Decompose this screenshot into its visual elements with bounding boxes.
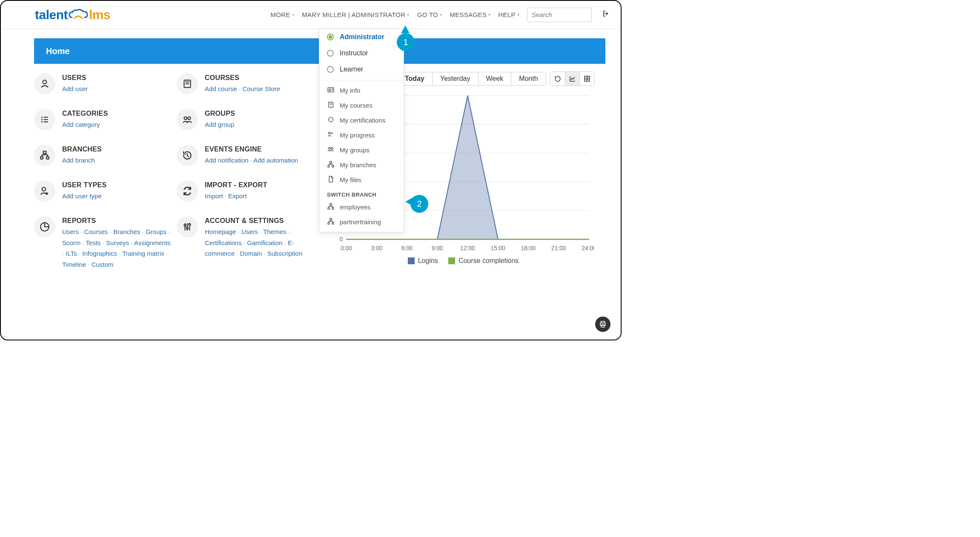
menu-my-progress[interactable]: My progress <box>319 128 404 143</box>
svg-rect-14 <box>328 223 330 224</box>
link-add-user[interactable]: Add user <box>62 85 88 92</box>
link-import[interactable]: Import <box>205 192 223 200</box>
link-report-scorm[interactable]: Scorm <box>62 239 80 246</box>
nav-more[interactable]: MORE▾ <box>271 11 295 18</box>
tile-categories[interactable]: CATEGORIES Add category <box>34 109 172 130</box>
link-report-timeline[interactable]: Timeline <box>62 261 86 268</box>
link-report-users[interactable]: Users <box>62 228 79 235</box>
nav-user-role[interactable]: MARY MILLER | ADMINISTRATOR▾ <box>302 11 410 18</box>
svg-rect-30 <box>585 76 590 81</box>
svg-point-6 <box>331 148 333 150</box>
legend-label-logins: Logins <box>418 257 438 265</box>
nav-goto[interactable]: GO TO▾ <box>417 11 442 18</box>
link-add-group[interactable]: Add group <box>205 121 234 128</box>
courses-icon <box>177 73 198 94</box>
svg-point-16 <box>43 80 47 84</box>
menu-my-groups[interactable]: My groups <box>319 143 404 157</box>
tab-week[interactable]: Week <box>478 72 511 85</box>
tab-yesterday[interactable]: Yesterday <box>432 72 478 85</box>
link-setting-domain[interactable]: Domain <box>240 250 262 257</box>
link-add-branch[interactable]: Add branch <box>62 157 95 164</box>
svg-point-26 <box>42 187 46 191</box>
tile-title: EVENTS ENGINE <box>205 146 298 153</box>
tile-title: COURSES <box>205 74 280 82</box>
tile-title: USERS <box>62 74 88 82</box>
link-add-course[interactable]: Add course <box>205 85 237 92</box>
link-setting-users[interactable]: Users <box>241 228 258 235</box>
print-fab[interactable] <box>595 317 610 332</box>
link-report-surveys[interactable]: Surveys <box>106 239 129 246</box>
logo-text-talent: talent <box>35 8 68 22</box>
user-icon <box>34 73 55 94</box>
link-report-branches[interactable]: Branches <box>113 228 140 235</box>
link-report-infographics[interactable]: Infographics <box>82 250 117 257</box>
chart-grid-button[interactable] <box>579 72 594 86</box>
svg-rect-9 <box>332 166 334 167</box>
tab-month[interactable]: Month <box>511 72 545 85</box>
nav-help[interactable]: HELP▾ <box>498 11 519 18</box>
link-report-groups[interactable]: Groups <box>146 228 166 235</box>
tile-user-types[interactable]: USER TYPES Add user type <box>34 180 172 202</box>
logout-icon[interactable] <box>602 10 610 20</box>
menu-my-certifications[interactable]: My certifications <box>319 113 404 128</box>
branch-icon <box>327 160 335 169</box>
chart-history-button[interactable] <box>550 72 565 86</box>
link-report-ilts[interactable]: ILTs <box>66 250 77 257</box>
link-add-category[interactable]: Add category <box>62 121 100 128</box>
tile-reports[interactable]: REPORTS Users · Courses · Branches · Gro… <box>34 216 172 270</box>
chart-line-button[interactable] <box>565 72 579 86</box>
branch-icon <box>327 203 335 211</box>
svg-point-19 <box>41 119 43 120</box>
link-setting-themes[interactable]: Themes <box>263 228 286 235</box>
pie-chart-icon <box>34 216 55 237</box>
link-course-store[interactable]: Course Store <box>242 85 280 92</box>
cloud-icon <box>68 9 89 21</box>
refresh-icon <box>177 180 198 202</box>
link-report-tests[interactable]: Tests <box>86 239 101 246</box>
branch-icon <box>327 217 335 226</box>
logo[interactable]: talent lms <box>35 7 110 22</box>
link-setting-homepage[interactable]: Homepage <box>205 228 236 235</box>
link-setting-certifications[interactable]: Certifications <box>205 239 242 246</box>
file-icon <box>327 175 335 184</box>
role-option-instructor[interactable]: Instructor <box>319 45 404 61</box>
link-report-custom[interactable]: Custom <box>92 261 114 268</box>
svg-rect-8 <box>328 166 330 167</box>
svg-point-22 <box>188 117 191 120</box>
link-setting-gamification[interactable]: Gamification <box>247 239 282 246</box>
tile-import-export[interactable]: IMPORT - EXPORT Import · Export <box>177 180 315 202</box>
role-option-learner[interactable]: Learner <box>319 61 404 77</box>
tile-users[interactable]: USERS Add user <box>34 73 172 94</box>
list-icon <box>34 109 55 130</box>
menu-my-branches[interactable]: My branches <box>319 157 404 172</box>
svg-rect-7 <box>330 161 332 163</box>
svg-rect-23 <box>43 151 46 153</box>
circle-icon <box>327 116 335 125</box>
tile-branches[interactable]: BRANCHES Add branch <box>34 145 172 166</box>
link-setting-subscription[interactable]: Subscription <box>267 250 303 257</box>
tile-courses[interactable]: COURSES Add course · Course Store <box>177 73 315 94</box>
svg-text:3:00: 3:00 <box>371 245 382 251</box>
search-input[interactable] <box>527 8 592 22</box>
tile-events-engine[interactable]: EVENTS ENGINE Add notification · Add aut… <box>177 145 315 166</box>
menu-my-info[interactable]: My info <box>319 83 404 98</box>
link-add-notification[interactable]: Add notification <box>205 157 249 164</box>
branch-employees[interactable]: employees <box>319 200 404 214</box>
radio-selected-icon <box>327 34 334 40</box>
link-add-user-type[interactable]: Add user type <box>62 192 102 200</box>
link-export[interactable]: Export <box>228 192 246 200</box>
link-add-automation[interactable]: Add automation <box>253 157 298 164</box>
tile-account-settings[interactable]: ACCOUNT & SETTINGS Homepage · Users · Th… <box>177 216 315 270</box>
branch-partnertraining[interactable]: partnertraining <box>319 214 404 229</box>
history-icon <box>177 145 198 166</box>
nav-messages[interactable]: MESSAGES▾ <box>450 11 490 18</box>
chevron-down-icon: ▾ <box>488 12 490 17</box>
progress-icon <box>327 131 335 140</box>
menu-my-courses[interactable]: My courses <box>319 98 404 113</box>
tile-groups[interactable]: GROUPS Add group <box>177 109 315 130</box>
link-report-courses[interactable]: Courses <box>84 228 108 235</box>
menu-my-files[interactable]: My files <box>319 172 404 187</box>
link-report-assignments[interactable]: Assignments <box>134 239 171 246</box>
role-option-administrator[interactable]: Administrator <box>319 29 404 45</box>
link-report-training-matrix[interactable]: Training matrix <box>122 250 164 257</box>
